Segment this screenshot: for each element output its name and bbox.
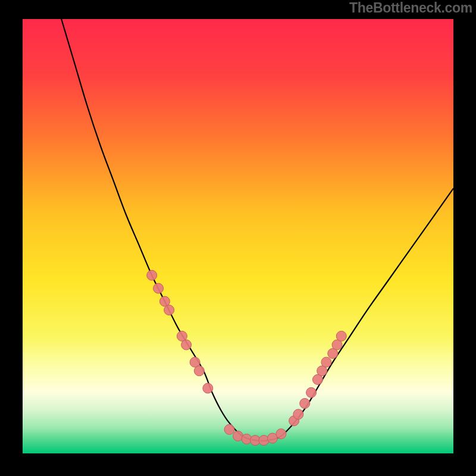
marker-right-segment — [336, 331, 346, 341]
marker-right-segment — [306, 387, 317, 397]
chart-plot-area — [23, 19, 453, 453]
outer-frame: TheBottleneck.com — [0, 0, 476, 476]
marker-right-segment — [293, 409, 303, 419]
marker-right-segment — [321, 357, 331, 367]
marker-left-segment — [181, 340, 192, 350]
marker-bottom-segment — [224, 424, 234, 434]
marker-left-segment — [147, 270, 157, 280]
marker-right-segment — [300, 399, 310, 409]
marker-left-segment — [154, 283, 164, 293]
chart-svg — [23, 19, 453, 453]
gradient-background — [23, 19, 453, 453]
watermark-label: TheBottleneck.com — [349, 0, 472, 16]
marker-bottom-segment — [276, 429, 286, 439]
marker-left-segment — [164, 305, 174, 315]
marker-left-segment — [194, 366, 204, 376]
marker-left-segment — [203, 383, 213, 393]
